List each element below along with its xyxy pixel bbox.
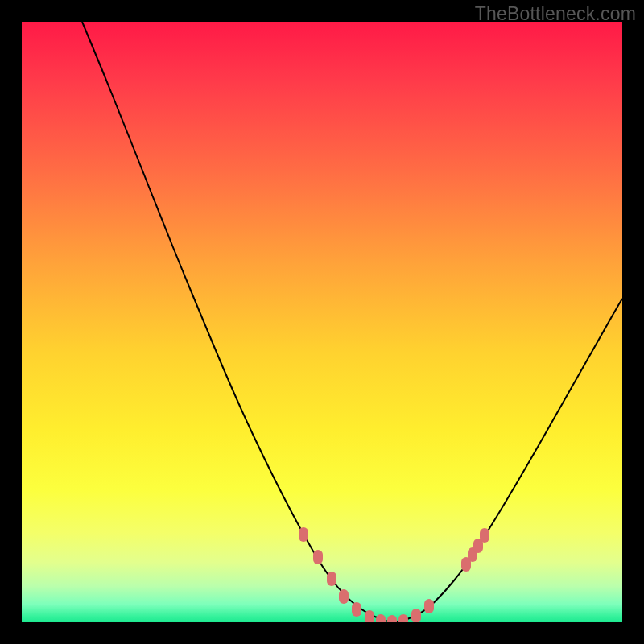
marker-dot [352, 602, 361, 617]
watermark-text: TheBottleneck.com [475, 3, 636, 25]
marker-dot [339, 589, 349, 604]
plot-svg [22, 22, 622, 622]
marker-dot [299, 527, 308, 542]
plot-area [22, 22, 622, 622]
gradient-background [22, 22, 622, 622]
marker-dot [365, 610, 374, 622]
marker-dot [313, 550, 323, 564]
marker-dot [480, 528, 489, 543]
chart-frame: TheBottleneck.com [0, 0, 644, 644]
marker-dot [327, 572, 336, 586]
marker-dot [411, 609, 421, 622]
marker-dot [424, 599, 434, 613]
